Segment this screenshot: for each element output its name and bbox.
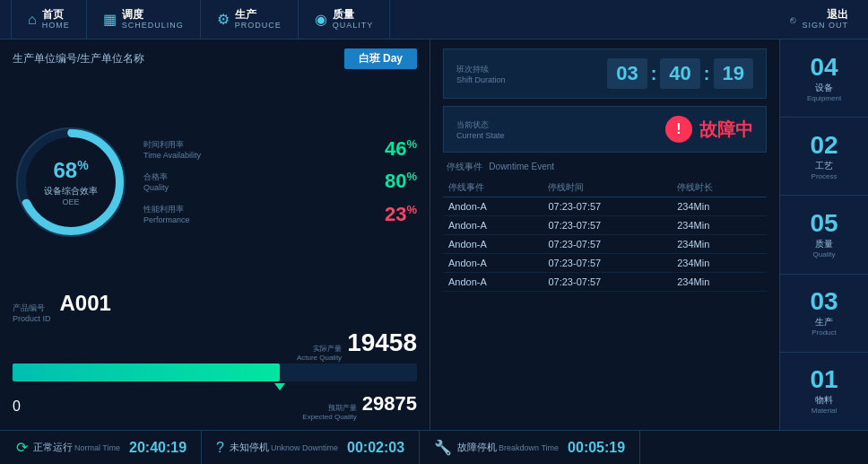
actual-qty-label-en: Acture Quality: [297, 354, 342, 362]
downtime-row: Andon-A 07:23-07:57 234Min: [443, 235, 767, 254]
metric-time-avail-label: 时间利用率: [143, 139, 201, 151]
nav-scheduling[interactable]: ▦ 调度 SCHEDULING: [87, 0, 201, 39]
unit-title-row: 生产单位编号/生产单位名称 白班 Day: [13, 48, 417, 69]
expected-qty-label-cn: 预期产量: [302, 403, 356, 413]
nav-home-label: 首页: [42, 8, 70, 21]
middle-panel: 班次持续 Shift Duration 03 : 40 : 19 当前状态 Cu…: [430, 39, 780, 430]
nav-produce-sub: PRODUCE: [235, 21, 282, 31]
bottom-bar: ⟳ 正常运行Normal Time 20:40:19 ? 未知停机Unknow …: [0, 430, 868, 464]
expected-qty-value: 29875: [362, 392, 417, 416]
downtime-time-cell: 07:23-07:57: [542, 197, 672, 216]
progress-labels: 0 预期产量 Expected Quality 29875: [13, 392, 417, 421]
right-label-3: 生产Product: [812, 316, 837, 337]
product-label-cn: 产品编号: [13, 302, 51, 314]
downtime-row: Andon-A 07:23-07:57 234Min: [443, 197, 767, 216]
oee-label: 设备综合效率: [44, 185, 98, 197]
bottom-status-2: 故障停机Breakdown Time: [457, 441, 559, 454]
oee-sub: OEE: [44, 197, 98, 206]
downtime-event-cell: Andon-A: [443, 216, 542, 235]
shift-minutes: 40: [660, 58, 699, 89]
oee-center-text: 68% 设备综合效率 OEE: [44, 158, 98, 206]
nav-scheduling-sub: SCHEDULING: [122, 21, 184, 31]
right-num-0: 04: [810, 55, 838, 80]
time-sep-2: :: [704, 64, 710, 84]
bottom-icon-0: ⟳: [16, 439, 28, 456]
oee-circle: 68% 设备综合效率 OEE: [13, 124, 129, 241]
actual-qty-row: 实际产量 Acture Quality 19458: [13, 328, 417, 362]
nav-produce[interactable]: ⚙ 生产 PRODUCE: [201, 0, 299, 39]
progress-triangle: [274, 383, 285, 390]
metric-time-avail-sub: Time Availability: [143, 151, 201, 160]
col-duration: 停线时长: [672, 179, 767, 197]
nav-signout-sub: SIGN OUT: [802, 21, 848, 31]
state-text: 故障中: [699, 118, 753, 142]
top-navigation: ⌂ 首页 HOME ▦ 调度 SCHEDULING ⚙ 生产 PRODUCE ◉…: [0, 0, 868, 39]
downtime-time-cell: 07:23-07:57: [542, 216, 672, 235]
right-item-quality[interactable]: 05 质量Quality: [780, 196, 868, 274]
downtime-title: 停线事件 Downtime Event: [443, 160, 767, 173]
shift-label-en: Shift Duration: [456, 75, 506, 84]
metric-performance: 性能利用率 Performance 23%: [143, 203, 417, 226]
metrics-list: 时间利用率 Time Availability 46% 合格率 Quality …: [143, 137, 417, 226]
nav-produce-label: 生产: [235, 8, 282, 21]
metric-performance-sub: Performance: [143, 215, 190, 224]
actual-qty-label-cn: 实际产量: [297, 344, 342, 354]
right-item-material[interactable]: 01 物料Material: [780, 353, 868, 430]
quantity-section: 实际产量 Acture Quality 19458 0 预期产量 Expecte…: [13, 328, 417, 421]
bottom-time-1: 00:02:03: [347, 440, 404, 456]
current-state-box: 当前状态 Current State ! 故障中: [443, 106, 767, 153]
metric-quality-label: 合格率: [143, 171, 169, 183]
downtime-duration-cell: 234Min: [672, 273, 767, 292]
produce-icon: ⚙: [217, 11, 230, 28]
downtime-table: 停线事件 停线时间 停线时长 Andon-A 07:23-07:57 234Mi…: [443, 179, 767, 292]
shift-seconds: 19: [714, 58, 753, 89]
nav-home[interactable]: ⌂ 首页 HOME: [11, 0, 87, 39]
metric-performance-label: 性能利用率: [143, 204, 190, 215]
downtime-section: 停线事件 Downtime Event 停线事件 停线时间 停线时长 Andon…: [443, 160, 767, 421]
signout-icon: ⎋: [790, 14, 796, 25]
downtime-title-en: Downtime Event: [489, 162, 554, 171]
nav-quality-label: 质量: [333, 8, 374, 21]
bottom-item-0: ⟳ 正常运行Normal Time 20:40:19: [9, 431, 202, 464]
downtime-duration-cell: 234Min: [672, 197, 767, 216]
col-time: 停线时间: [542, 179, 672, 197]
nav-signout-label: 退出: [802, 8, 848, 21]
quality-icon: ◉: [315, 11, 327, 28]
nav-quality-sub: QUALITY: [333, 21, 374, 31]
actual-qty-value: 19458: [347, 328, 417, 357]
right-num-4: 01: [810, 367, 838, 392]
day-badge: 白班 Day: [344, 48, 417, 69]
downtime-row: Andon-A 07:23-07:57 234Min: [443, 273, 767, 292]
metric-time-availability: 时间利用率 Time Availability 46%: [143, 137, 417, 161]
bottom-status-1: 未知停机Unknow Downtime: [230, 441, 338, 454]
state-label-cn: 当前状态: [456, 119, 505, 131]
downtime-event-cell: Andon-A: [443, 273, 542, 292]
shift-duration-box: 班次持续 Shift Duration 03 : 40 : 19: [443, 48, 767, 99]
right-item-equipment[interactable]: 04 设备Equipment: [780, 39, 868, 118]
right-item-process[interactable]: 02 工艺Process: [780, 118, 868, 196]
state-label-en: Current State: [456, 131, 505, 140]
downtime-duration-cell: 234Min: [672, 254, 767, 273]
oee-percent-value: 68%: [44, 158, 98, 183]
bottom-time-2: 00:05:19: [568, 440, 625, 456]
scheduling-icon: ▦: [103, 11, 117, 28]
nav-quality[interactable]: ◉ 质量 QUALITY: [299, 0, 391, 39]
downtime-duration-cell: 234Min: [672, 216, 767, 235]
progress-bar-bg: [13, 363, 417, 381]
nav-signout[interactable]: ⎋ 退出 SIGN OUT: [781, 8, 857, 31]
downtime-duration-cell: 234Min: [672, 235, 767, 254]
right-num-3: 03: [810, 289, 838, 314]
bottom-item-1: ? 未知停机Unknow Downtime 00:02:03: [202, 431, 420, 464]
nav-home-sub: HOME: [42, 21, 70, 31]
right-label-4: 物料Material: [812, 394, 837, 415]
bottom-item-2: 🔧 故障停机Breakdown Time 00:05:19: [420, 431, 640, 464]
downtime-row: Andon-A 07:23-07:57 234Min: [443, 254, 767, 273]
left-panel: 生产单位编号/生产单位名称 白班 Day 68% 设备综合效率: [0, 39, 430, 430]
right-num-2: 05: [810, 211, 838, 236]
right-item-product[interactable]: 03 生产Product: [780, 275, 868, 353]
right-num-1: 02: [810, 133, 838, 158]
progress-bar-wrapper: [13, 363, 417, 381]
time-sep-1: :: [651, 64, 657, 84]
nav-scheduling-label: 调度: [122, 8, 184, 21]
downtime-row: Andon-A 07:23-07:57 234Min: [443, 216, 767, 235]
